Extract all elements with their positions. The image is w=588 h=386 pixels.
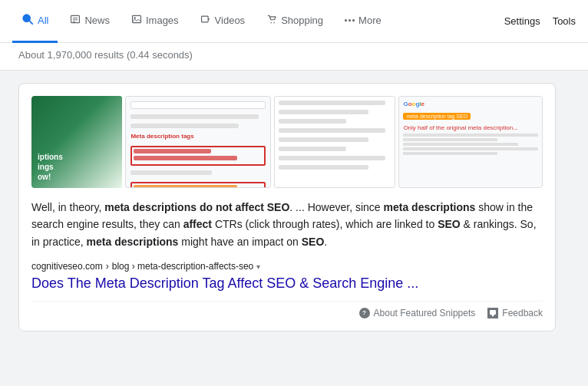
image-block-4: Google meta description tag SEO Only hal… [398, 96, 543, 188]
source-path: blog › meta-description-affects-seo [112, 261, 254, 272]
small-mock-line-1 [403, 134, 538, 137]
shopping-icon [266, 14, 277, 27]
mock-line-b3-7 [279, 156, 385, 160]
tab-shopping-label: Shopping [281, 15, 323, 26]
about-snippets-icon: ? [359, 308, 370, 318]
small-mock-line-2 [403, 138, 497, 141]
source-domain: cognitiveseo.com [31, 261, 103, 272]
tab-videos[interactable]: Videos [191, 0, 255, 43]
g-logo-small: Google [403, 101, 538, 107]
tab-more[interactable]: More [335, 0, 391, 43]
nav-right-controls: Settings Tools [504, 15, 576, 27]
svg-marker-13 [491, 315, 494, 317]
svg-line-1 [29, 21, 32, 24]
mock-line-b3-2 [279, 110, 368, 114]
source-line: cognitiveseo.com › blog › meta-descripti… [31, 261, 543, 272]
mock-line-b3-8 [279, 165, 368, 170]
about-snippets-item[interactable]: ? About Featured Snippets [359, 308, 476, 318]
feedback-icon [487, 308, 498, 318]
mock-line-1 [130, 114, 259, 119]
mock-line-3 [130, 170, 211, 175]
tab-videos-label: Videos [215, 15, 246, 26]
feedback-item[interactable]: Feedback [487, 308, 543, 318]
result-title-link[interactable]: Does The Meta Description Tag Affect SEO… [31, 275, 418, 291]
svg-rect-6 [133, 15, 141, 22]
results-info-bar: About 1,970,000 results (0.44 seconds) [0, 43, 588, 71]
mock-line-b3-1 [279, 101, 385, 105]
image-block-1: iptionsingsow! [31, 96, 122, 188]
more-dots-icon [345, 19, 355, 21]
card-footer: ? About Featured Snippets Feedback [31, 301, 543, 318]
search-icon [21, 13, 34, 28]
settings-link[interactable]: Settings [504, 15, 540, 27]
small-mock-line-5 [403, 152, 497, 155]
source-dropdown-arrow[interactable]: ▾ [256, 262, 260, 271]
image-block-3 [274, 96, 395, 188]
tab-images[interactable]: Images [122, 0, 188, 43]
about-snippets-label: About Featured Snippets [374, 308, 476, 318]
top-navigation: All News Images [0, 0, 588, 43]
nav-tabs: All News Images [12, 0, 504, 43]
image-block-1-text: iptionsingsow! [38, 152, 116, 182]
svg-marker-9 [208, 18, 210, 20]
tools-link[interactable]: Tools [553, 15, 576, 27]
mock-browser-bar [130, 101, 266, 109]
svg-rect-12 [490, 310, 496, 315]
mock-line-red-1 [134, 149, 211, 153]
highlight-box-2 [130, 182, 266, 188]
svg-rect-8 [201, 16, 208, 22]
highlight-tag: meta description tag SEO [403, 113, 471, 120]
svg-point-7 [134, 17, 135, 18]
tab-more-label: More [358, 15, 382, 26]
featured-snippet-card: iptionsingsow! Meta description tags [18, 83, 556, 332]
results-count: About 1,970,000 results (0.44 seconds) [18, 49, 193, 61]
tab-shopping[interactable]: Shopping [257, 0, 332, 43]
small-mock-lines: Only half of the original meta descripti… [403, 124, 538, 155]
mock-line-red-2 [134, 156, 236, 160]
highlight-box-1 [130, 146, 266, 166]
snippet-body-text: Well, in theory, meta descriptions do no… [31, 199, 543, 250]
svg-point-11 [273, 21, 275, 23]
videos-icon [200, 14, 211, 27]
image-block-2: Meta description tags [125, 96, 271, 188]
tab-all[interactable]: All [12, 0, 58, 43]
red-text-line-1: Only half of the original meta descripti… [403, 124, 538, 132]
tab-news[interactable]: News [61, 0, 119, 43]
mock-line-2 [130, 124, 238, 128]
mock-line-b3-4 [279, 128, 385, 133]
mock-line-b3-5 [279, 137, 368, 142]
small-mock-line-4 [403, 147, 538, 150]
tab-news-label: News [84, 15, 110, 26]
image-block-2-inner: Meta description tags [130, 101, 266, 188]
image-strip: iptionsingsow! Meta description tags [31, 96, 543, 188]
tab-images-label: Images [146, 15, 179, 26]
svg-point-10 [271, 21, 273, 23]
mock-line-b3-3 [279, 119, 346, 124]
images-icon [131, 14, 142, 27]
mock-line-orange [134, 185, 236, 188]
feedback-label: Feedback [502, 308, 543, 318]
small-mock-line-3 [403, 143, 517, 146]
tab-all-label: All [38, 15, 48, 26]
main-content: iptionsingsow! Meta description tags [0, 71, 588, 384]
news-icon [70, 14, 81, 27]
meta-description-label: Meta description tags [130, 133, 266, 140]
source-separator: › [106, 261, 109, 272]
mock-line-b3-6 [279, 147, 346, 151]
